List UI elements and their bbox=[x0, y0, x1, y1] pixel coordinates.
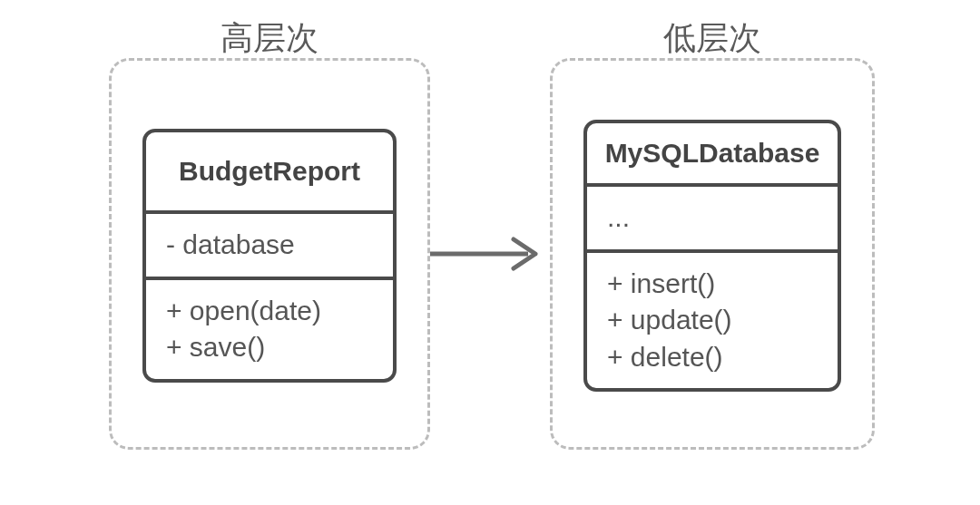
class-title: BudgetReport bbox=[146, 132, 393, 210]
field-line: ... bbox=[607, 199, 818, 237]
mysql-database-class: MySQLDatabase ... + insert() + update() … bbox=[583, 120, 841, 392]
diagram-container: 高层次 BudgetReport - database + open(date)… bbox=[109, 25, 875, 450]
dependency-arrow-icon bbox=[430, 227, 550, 281]
high-level-dashed-box: BudgetReport - database + open(date) + s… bbox=[109, 58, 430, 450]
method-line: + insert() bbox=[607, 266, 818, 303]
method-line: + delete() bbox=[607, 339, 818, 376]
method-line: + save() bbox=[166, 329, 373, 366]
method-line: + update() bbox=[607, 302, 818, 339]
field-line: - database bbox=[166, 227, 373, 264]
class-methods: + open(date) + save() bbox=[146, 280, 393, 379]
low-level-label: 低层次 bbox=[663, 16, 761, 61]
method-line: + open(date) bbox=[166, 293, 373, 330]
budget-report-class: BudgetReport - database + open(date) + s… bbox=[142, 129, 397, 383]
class-title: MySQLDatabase bbox=[587, 123, 838, 183]
class-methods: + insert() + update() + delete() bbox=[587, 253, 838, 389]
high-level-label: 高层次 bbox=[220, 16, 318, 61]
class-fields: - database bbox=[146, 214, 393, 277]
class-fields: ... bbox=[587, 187, 838, 249]
low-level-group: 低层次 MySQLDatabase ... + insert() + updat… bbox=[550, 25, 875, 450]
dependency-arrow-wrap bbox=[430, 227, 550, 281]
high-level-group: 高层次 BudgetReport - database + open(date)… bbox=[109, 25, 430, 450]
low-level-dashed-box: MySQLDatabase ... + insert() + update() … bbox=[550, 58, 875, 450]
